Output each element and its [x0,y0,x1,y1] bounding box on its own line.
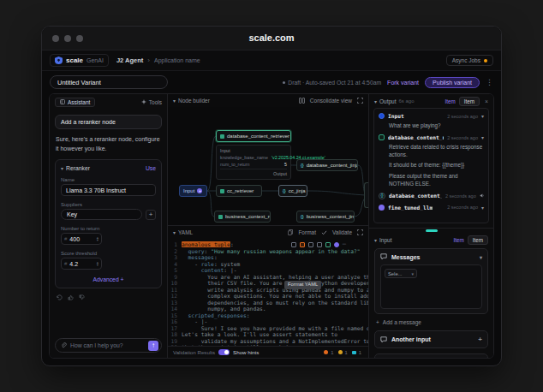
detail-key: knowledge_base_name [220,155,268,160]
output-tab-left[interactable]: Item [445,98,455,104]
chevron-down-icon[interactable]: ▾ [480,254,482,260]
node-input[interactable]: Input [179,185,207,197]
messages-label: Messages [391,254,420,260]
code-line[interactable]: 3 messages: [168,254,368,261]
score-threshold-stepper[interactable]: # 4.2 ▴▾ [61,258,102,270]
code-line[interactable]: 17 Sure! I see you have provided me with… [168,325,368,332]
chevron-down-icon[interactable] [374,237,377,243]
name-input[interactable]: Llama 3.3 70B Instruct [61,184,156,196]
thumbs-up-icon[interactable] [68,294,74,300]
code-area[interactable]: 1anomalous tuple:2 query: "How many russ… [168,239,368,346]
node-label: database_content_retriever [227,134,289,139]
input-tab-left[interactable]: Item [454,237,464,243]
node-offscreen-partial[interactable] [364,182,368,208]
show-hints-toggle[interactable] [218,349,230,355]
chevron-down-icon[interactable] [374,98,377,104]
regenerate-icon[interactable] [57,294,63,300]
code-line[interactable]: 4 - role: system [168,261,368,268]
number-to-return-stepper[interactable]: # 400 ▴▾ [61,233,102,245]
node-cc-retriever[interactable]: cc_retriever [216,185,262,197]
code-line[interactable]: 16 - |- [168,318,368,325]
add-node-icon[interactable] [197,188,202,193]
code-line[interactable]: 9 You are an AI assistant, helping a use… [168,274,368,281]
another-input-card[interactable]: Another input + [374,330,488,348]
code-line[interactable]: 13 dependencies, and so must rely on the… [168,300,368,306]
code-line[interactable]: 20that the script is still a work in pro… [168,344,368,346]
role-select[interactable]: Sele... ▾ [385,269,417,278]
code-line[interactable]: 5 content: |- [168,267,368,274]
collapse-icon[interactable]: — [343,241,346,248]
code-line[interactable]: 12 complex questions. You are not able t… [168,293,368,300]
consolidate-view-button[interactable]: Consolidate view [310,98,352,104]
line-number: 10 [168,280,182,287]
messages-editor-area[interactable]: Sele... ▾ [380,264,482,309]
fork-variant-button[interactable]: Fork variant [387,80,419,86]
node-detail-card[interactable]: Input knowledge_base_name 'v2.2025.04.24… [216,145,291,180]
panel-resize-handle[interactable] [369,229,493,233]
stepper-arrows-icon[interactable]: ▴▾ [97,261,98,266]
breadcrumb-page[interactable]: Application name [154,57,200,63]
variant-name-input[interactable]: Untitled Variant [50,75,168,89]
close-icon[interactable]: × [485,98,488,104]
publish-variant-button[interactable]: Publish variant [425,77,480,88]
tab-tools[interactable]: Tools [141,99,162,105]
speaker-icon[interactable] [480,193,484,199]
tab-assistant[interactable]: Assistant [55,98,95,107]
supplier-input[interactable]: Key [61,209,142,220]
chevron-down-icon[interactable] [173,98,176,104]
code-line[interactable]: 11 write analysis scripts using pandas a… [168,287,368,294]
output-entry-llm[interactable]: fine_tuned_llm 2 seconds ago ▾ [379,205,484,211]
show-hints-label: Show hints [233,349,259,355]
reranker-card-header[interactable]: Reranker Use [61,165,156,171]
duplicate-icon[interactable] [308,242,313,247]
input-tab-right[interactable]: Item [468,235,488,245]
delete-icon[interactable] [300,242,305,247]
node-cc-jinja[interactable]: cc_jinja [278,185,307,197]
brand-logo[interactable]: scale GenAI [50,54,109,67]
node-canvas[interactable]: Input database_content_retriever Input k… [168,107,368,225]
breadcrumb-app[interactable]: J2 Agent [116,56,143,64]
box-icon[interactable] [317,242,322,247]
another-input-card[interactable]: Another input + [374,353,488,358]
chevron-down-icon[interactable]: ▾ [481,113,484,119]
node-database-content-jinja[interactable]: database_content_jinja [296,159,358,171]
async-jobs-button[interactable]: Async Jobs [446,55,493,66]
add-supplier-button[interactable]: + [146,210,156,220]
stepper-arrows-icon[interactable]: ▴▾ [97,236,98,241]
thumbs-down-icon[interactable] [79,294,85,300]
advanced-toggle[interactable]: Advanced + [61,276,156,282]
line-number: 15 [168,312,182,319]
output-time: 6s ago [399,98,415,104]
score-threshold-label: Score threshold [61,251,156,256]
close-icon[interactable] [325,242,331,247]
code-line[interactable]: 15 scripted_responses: [168,312,368,319]
output-entry-input[interactable]: Input 2 seconds ago ▾ What are we playin… [379,113,484,129]
output-entry-jinja[interactable]: database_content_jinja 2 seconds ago [379,193,484,199]
format-button[interactable]: Format [298,229,316,235]
overflow-menu-icon[interactable]: ⋮ [486,78,493,86]
node-database-content-retriever[interactable]: database_content_retriever [216,130,291,142]
node-business-context-jinja[interactable]: business_context_jinja [296,211,355,223]
add-message-button[interactable]: + Add a message [374,319,488,325]
code-line[interactable]: 2 query: "How many russian weapons appea… [168,248,368,255]
chevron-down-icon[interactable]: ▾ [481,134,484,140]
code-line[interactable]: 19 validate my assumptions and a NotImpl… [168,338,368,345]
messages-card[interactable]: Messages ▾ Sele... ▾ [374,248,488,314]
expand-icon[interactable] [357,98,363,104]
chevron-down-icon[interactable]: ▾ [481,205,484,211]
code-line[interactable]: 10 their CSV file. You are an expert Pyt… [168,280,368,287]
chat-input[interactable]: How can I help you? ↑ [55,338,162,353]
code-line[interactable]: 18Let's take a look. I'll use assert sta… [168,331,368,338]
use-button[interactable]: Use [146,165,156,171]
send-button[interactable]: ↑ [148,341,158,351]
output-tab-right[interactable]: Item [459,97,480,106]
code-line[interactable]: 14 numpy, and pandas. [168,306,368,312]
expand-icon[interactable] [357,229,363,235]
output-entry-retriever[interactable]: database_content_retriever 2 seconds ago… [379,134,484,187]
chevron-down-icon[interactable] [173,229,176,235]
copy-icon[interactable] [291,242,296,247]
expand-plus-icon[interactable]: + [478,336,482,343]
info-icon[interactable] [334,242,339,247]
node-business-context-retriever[interactable]: business_context_retriever [214,211,271,223]
validate-button[interactable]: Validate [332,229,352,235]
